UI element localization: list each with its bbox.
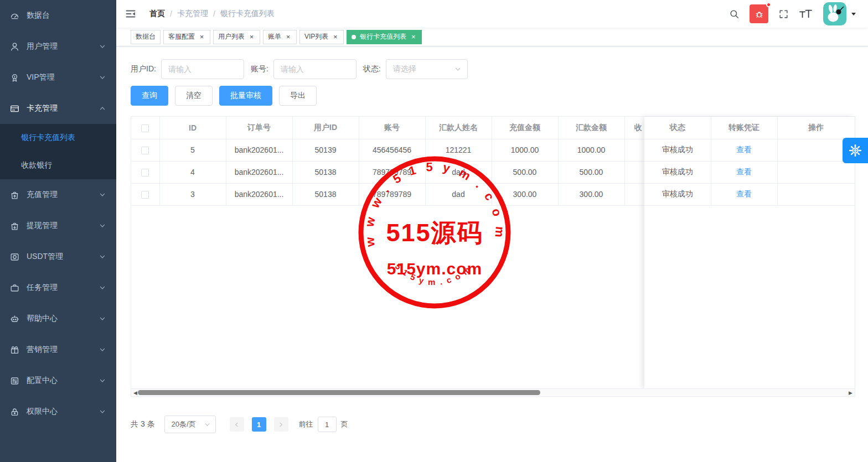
cell-user-id: 50139 (292, 139, 359, 161)
view-voucher-link[interactable]: 查看 (736, 189, 752, 198)
avatar[interactable] (823, 2, 846, 25)
batch-audit-button[interactable]: 批量审核 (219, 86, 272, 106)
select-all-checkbox[interactable] (141, 124, 149, 132)
tab-bank-card-recharge-list[interactable]: 银行卡充值列表 × (347, 30, 422, 44)
caret-down-icon[interactable] (850, 11, 857, 17)
breadcrumb-home[interactable]: 首页 (149, 9, 165, 19)
fullscreen-icon[interactable] (778, 9, 789, 19)
sidebar-item-withdraw-management[interactable]: 提现管理 (0, 210, 116, 241)
column-header-user-id: 用户ID (292, 117, 359, 139)
cell-account: 456456456 (359, 139, 425, 161)
sidebar-item-bank-card-recharge-list[interactable]: 银行卡充值列表 (0, 124, 116, 152)
goto-label: 前往 (299, 419, 313, 429)
cell-payer-name: dad (425, 161, 492, 183)
column-header-order-no: 订单号 (226, 117, 292, 139)
view-voucher-link[interactable]: 查看 (736, 145, 752, 154)
sidebar-item-label: 卡充管理 (27, 103, 99, 113)
tab-user-list[interactable]: 用户列表 × (213, 30, 260, 44)
sidebar-item-task-management[interactable]: 任务管理 (0, 272, 116, 303)
sidebar-item-help-center[interactable]: 帮助中心 (0, 303, 116, 334)
tab-bill[interactable]: 账单 × (263, 30, 297, 44)
sidebar-item-marketing-management[interactable]: 营销管理 (0, 334, 116, 365)
sidebar-item-card-recharge-management[interactable]: 卡充管理 (0, 93, 116, 124)
fixed-right-columns: 状态 转账凭证 操作 审核成功 查看 审核成功 查看 (644, 117, 855, 389)
prev-page-button[interactable] (230, 417, 244, 432)
close-icon[interactable]: × (198, 33, 205, 40)
goto-page-input[interactable] (318, 417, 337, 432)
table-row: 审核成功 查看 (644, 161, 855, 183)
status-select[interactable]: 请选择 (386, 59, 468, 79)
view-voucher-link[interactable]: 查看 (736, 167, 752, 176)
status-label: 状态: (363, 64, 381, 74)
breadcrumb-card-recharge[interactable]: 卡充管理 (177, 9, 208, 19)
cell-action (777, 161, 855, 183)
cell-order-no: bank202601... (226, 183, 292, 205)
horizontal-scrollbar[interactable]: ◀ ▶ (131, 388, 855, 396)
error-log-button[interactable] (750, 4, 768, 23)
cell-remit-amount: 1000.00 (558, 139, 624, 161)
sidebar-item-dashboard[interactable]: 数据台 (0, 0, 116, 31)
sidebar-item-label: 用户管理 (27, 41, 99, 51)
next-page-button[interactable] (274, 417, 288, 432)
cell-voucher: 查看 (711, 161, 777, 183)
sidebar: 数据台 用户管理 VIP管理 卡充管理 银行卡充值列表 (0, 0, 116, 462)
sidebar-subitem-label: 银行卡充值列表 (21, 133, 75, 143)
account-input[interactable] (273, 59, 356, 79)
export-button[interactable]: 导出 (279, 86, 317, 106)
chevron-down-icon (99, 346, 106, 354)
sidebar-item-label: 充值管理 (27, 190, 99, 200)
sidebar-item-vip-management[interactable]: VIP管理 (0, 62, 116, 93)
sidebar-item-permission-center[interactable]: 权限中心 (0, 396, 116, 427)
settings-panel-button[interactable] (843, 138, 868, 163)
cell-voucher: 查看 (711, 183, 777, 205)
close-icon[interactable]: × (332, 33, 339, 40)
row-checkbox-cell (131, 183, 159, 205)
data-table: ID 订单号 用户ID 账号 汇款人姓名 充值金额 汇款金额 收 5 bank2… (131, 116, 855, 397)
cell-voucher: 查看 (711, 139, 777, 161)
close-icon[interactable]: × (285, 33, 292, 40)
row-checkbox[interactable] (141, 147, 149, 154)
page-size-select[interactable]: 20条/页 (164, 416, 216, 433)
search-icon[interactable] (729, 9, 740, 19)
pagination: 共 3 条 20条/页 1 前往 页 (131, 416, 868, 433)
sidebar-item-config-center[interactable]: 配置中心 (0, 365, 116, 396)
scrollbar-thumb[interactable] (138, 390, 540, 395)
search-button[interactable]: 查询 (131, 86, 168, 106)
chevron-down-icon (99, 315, 106, 323)
column-header-payer-name: 汇款人姓名 (425, 117, 492, 139)
tab-label: 客服配置 (168, 32, 195, 41)
cell-order-no: bank202601... (226, 161, 292, 183)
table-row: 审核成功 查看 (644, 139, 855, 161)
page-number-button[interactable]: 1 (252, 417, 266, 432)
cell-id: 3 (159, 183, 226, 205)
page-unit-label: 页 (341, 419, 348, 429)
sidebar-item-receiving-bank[interactable]: 收款银行 (0, 152, 116, 179)
bag-arrow-up-icon (9, 190, 20, 200)
sidebar-item-label: 帮助中心 (27, 314, 99, 324)
font-size-icon[interactable] (799, 8, 812, 19)
user-id-input[interactable] (161, 59, 244, 79)
close-icon[interactable]: × (410, 33, 417, 40)
cell-id: 5 (159, 139, 226, 161)
tab-customer-service-config[interactable]: 客服配置 × (163, 30, 210, 44)
main-area: 首页 / 卡充管理 / 银行卡充值列表 (116, 0, 868, 462)
column-header-voucher: 转账凭证 (711, 117, 777, 139)
scroll-left-arrow-icon[interactable]: ◀ (133, 389, 137, 396)
tab-vip-list[interactable]: VIP列表 × (299, 30, 344, 44)
clear-button[interactable]: 清空 (175, 86, 213, 106)
briefcase-icon (9, 283, 20, 293)
action-buttons: 查询 清空 批量审核 导出 (131, 86, 868, 106)
sidebar-subitem-label: 收款银行 (21, 160, 52, 170)
sidebar-item-label: 数据台 (27, 11, 106, 20)
sidebar-item-recharge-management[interactable]: 充值管理 (0, 179, 116, 210)
row-checkbox[interactable] (141, 191, 149, 199)
row-checkbox[interactable] (141, 169, 149, 177)
cell-account: 789789789 (359, 183, 425, 205)
breadcrumb-separator: / (170, 9, 172, 18)
close-icon[interactable]: × (248, 33, 255, 40)
sidebar-fold-icon[interactable] (125, 8, 136, 19)
scroll-right-arrow-icon[interactable]: ▶ (849, 389, 852, 396)
tab-dashboard[interactable]: 数据台 (131, 30, 161, 44)
sidebar-item-user-management[interactable]: 用户管理 (0, 31, 116, 62)
sidebar-item-usdt-management[interactable]: USDT管理 (0, 241, 116, 272)
